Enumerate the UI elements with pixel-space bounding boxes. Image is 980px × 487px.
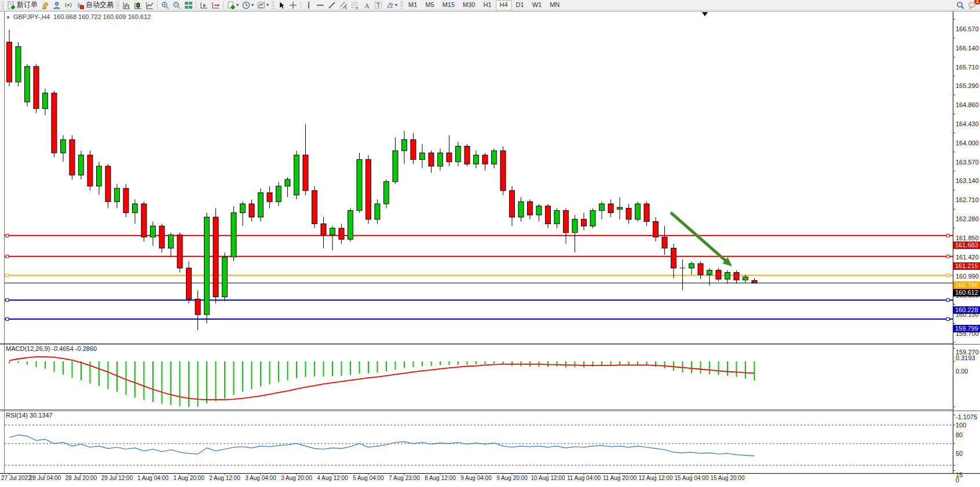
trendline-button[interactable] bbox=[326, 1, 338, 10]
candle-body[interactable] bbox=[465, 147, 470, 164]
candle-body[interactable] bbox=[366, 160, 371, 219]
candle-body[interactable] bbox=[16, 46, 21, 82]
candle-body[interactable] bbox=[204, 217, 210, 314]
candle-body[interactable] bbox=[375, 204, 380, 219]
candle-body[interactable] bbox=[231, 213, 236, 257]
candle-body[interactable] bbox=[43, 93, 48, 109]
candle-body[interactable] bbox=[303, 155, 308, 191]
candle-body[interactable] bbox=[393, 151, 398, 182]
line-handle[interactable] bbox=[6, 255, 9, 258]
candle-body[interactable] bbox=[384, 182, 389, 204]
candle-body[interactable] bbox=[500, 151, 506, 191]
candle-body[interactable] bbox=[752, 281, 757, 283]
indicators-button[interactable]: ▾ bbox=[225, 1, 240, 10]
candle-body[interactable] bbox=[698, 263, 703, 274]
candle-body[interactable] bbox=[276, 186, 281, 202]
fibonacci-button[interactable]: F bbox=[349, 1, 361, 10]
line-handle[interactable] bbox=[6, 234, 9, 237]
candle-body[interactable] bbox=[518, 202, 524, 217]
signals-button[interactable] bbox=[63, 1, 74, 10]
timeframe-button-d1[interactable]: D1 bbox=[512, 0, 528, 10]
candle-body[interactable] bbox=[456, 147, 461, 162]
candle-body[interactable] bbox=[321, 224, 326, 235]
candle-body[interactable] bbox=[671, 248, 677, 268]
candle-body[interactable] bbox=[34, 67, 39, 109]
candle-body[interactable] bbox=[474, 155, 479, 164]
timeframe-button-m30[interactable]: M30 bbox=[459, 0, 479, 10]
search-button[interactable] bbox=[955, 1, 966, 10]
line-handle[interactable] bbox=[946, 299, 949, 302]
candle-body[interactable] bbox=[482, 155, 488, 164]
toolbar-grip[interactable] bbox=[1, 1, 4, 9]
candle-body[interactable] bbox=[330, 228, 335, 235]
candle-body[interactable] bbox=[222, 257, 228, 297]
candle-body[interactable] bbox=[546, 206, 551, 224]
candle-body[interactable] bbox=[285, 180, 290, 186]
candle-body[interactable] bbox=[79, 155, 84, 175]
candle-body[interactable] bbox=[617, 207, 623, 209]
candle-body[interactable] bbox=[169, 235, 174, 248]
candle-body[interactable] bbox=[590, 210, 595, 226]
vertical-line-button[interactable] bbox=[303, 1, 315, 10]
candle-body[interactable] bbox=[348, 210, 353, 239]
line-handle[interactable] bbox=[946, 317, 949, 320]
candle-body[interactable] bbox=[123, 188, 129, 213]
templates-button[interactable]: ▾ bbox=[255, 1, 270, 10]
line-chart-button[interactable] bbox=[144, 1, 155, 10]
chart-shift-button[interactable] bbox=[210, 1, 221, 10]
timeframe-button-m1[interactable]: M1 bbox=[404, 0, 421, 10]
timeframe-button-m5[interactable]: M5 bbox=[421, 0, 438, 10]
auto-scroll-button[interactable] bbox=[198, 1, 210, 10]
line-handle[interactable] bbox=[946, 234, 949, 237]
dropdown-caret[interactable]: ▾ bbox=[236, 2, 239, 8]
line-handle[interactable] bbox=[6, 274, 9, 277]
candle-body[interactable] bbox=[105, 166, 111, 202]
dropdown-caret[interactable]: ▾ bbox=[395, 2, 397, 8]
tile-windows-button[interactable] bbox=[182, 1, 194, 10]
candle-body[interactable] bbox=[357, 160, 362, 211]
candle-body[interactable] bbox=[61, 140, 66, 153]
candle-body[interactable] bbox=[689, 263, 694, 268]
candle-body[interactable] bbox=[25, 67, 30, 102]
candle-body[interactable] bbox=[177, 235, 182, 268]
timeframe-button-h4[interactable]: H4 bbox=[496, 0, 512, 10]
line-handle[interactable] bbox=[946, 274, 949, 277]
line-handle[interactable] bbox=[6, 317, 9, 320]
chart-canvas[interactable] bbox=[0, 10, 980, 487]
text-button[interactable]: A bbox=[361, 1, 372, 10]
horizontal-line-button[interactable] bbox=[315, 1, 326, 10]
styles-button[interactable] bbox=[39, 1, 51, 10]
candle-body[interactable] bbox=[258, 193, 264, 217]
crosshair-button[interactable] bbox=[287, 1, 299, 10]
candle-body[interactable] bbox=[599, 204, 605, 210]
candle-body[interactable] bbox=[195, 299, 200, 314]
candle-body[interactable] bbox=[707, 270, 712, 275]
candle-body[interactable] bbox=[510, 191, 515, 217]
toolbar-grip[interactable] bbox=[400, 1, 403, 9]
candle-body[interactable] bbox=[644, 204, 649, 222]
timeframe-button-mn[interactable]: MN bbox=[546, 0, 564, 10]
label-button[interactable]: T bbox=[372, 1, 384, 10]
channel-button[interactable]: E bbox=[338, 1, 349, 10]
zoom-out-button[interactable] bbox=[171, 1, 182, 10]
candle-body[interactable] bbox=[734, 273, 739, 280]
candle-body[interactable] bbox=[115, 188, 120, 202]
candle-body[interactable] bbox=[608, 204, 613, 213]
candle-body[interactable] bbox=[213, 217, 218, 297]
cursor-button[interactable] bbox=[276, 1, 287, 10]
timeframe-button-w1[interactable]: W1 bbox=[528, 0, 546, 10]
line-handle[interactable] bbox=[946, 255, 949, 258]
candle-body[interactable] bbox=[141, 204, 147, 237]
candle-body[interactable] bbox=[240, 204, 246, 213]
candle-body[interactable] bbox=[572, 219, 577, 233]
candle-body[interactable] bbox=[294, 155, 299, 195]
line-handle[interactable] bbox=[6, 299, 9, 302]
chart-menu-triangle[interactable]: ▼ bbox=[6, 15, 10, 20]
candle-chart-button[interactable] bbox=[132, 1, 144, 10]
dropdown-caret[interactable]: ▾ bbox=[266, 2, 269, 8]
candle-body[interactable] bbox=[187, 268, 192, 299]
candle-body[interactable] bbox=[420, 153, 425, 159]
candle-body[interactable] bbox=[662, 237, 667, 248]
candle-body[interactable] bbox=[635, 204, 641, 219]
candle-body[interactable] bbox=[97, 166, 102, 186]
